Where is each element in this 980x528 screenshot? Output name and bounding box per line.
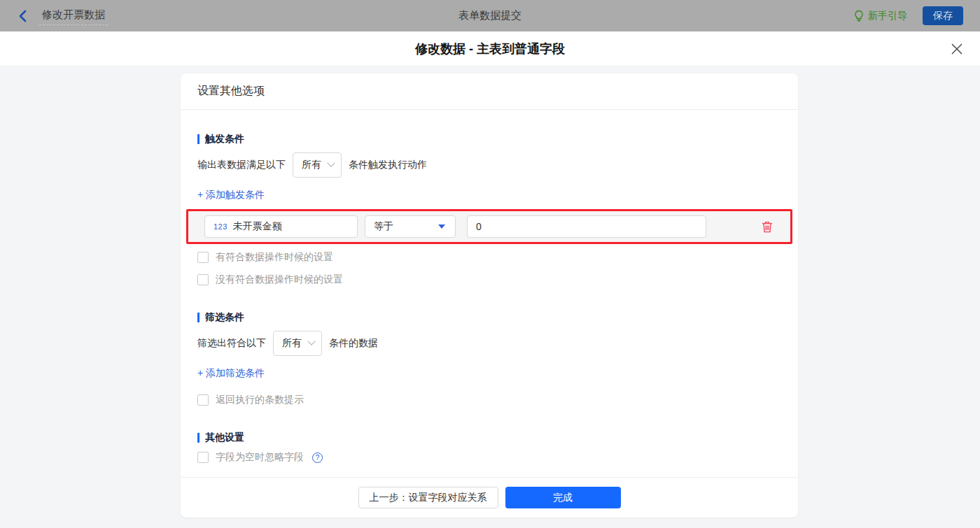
modal-header: 修改数据 - 主表到普通字段 xyxy=(0,31,980,66)
add-trigger-condition-link[interactable]: + 添加触发条件 xyxy=(197,189,265,201)
save-button[interactable]: 保存 xyxy=(923,6,963,25)
modal-body: 设置其他选项 触发条件 输出表数据满足以下 所有 条件触发执行动作 + 添加触发… xyxy=(0,66,980,528)
checkbox-return-count-hint[interactable]: 返回执行的条数提示 xyxy=(197,394,304,406)
close-icon[interactable] xyxy=(951,43,963,55)
checkbox-ignore-empty-fields[interactable]: 字段为空时忽略字段 ? xyxy=(197,451,323,464)
trigger-condition-row-highlighted: 123 未开票金额 等于 0 xyxy=(186,209,792,244)
section-accent-bar xyxy=(197,433,200,443)
condition-field-name: 未开票金额 xyxy=(233,220,282,233)
condition-operator-select[interactable]: 等于 xyxy=(365,215,456,238)
guide-label: 新手引导 xyxy=(868,10,907,22)
add-filter-condition-link[interactable]: + 添加筛选条件 xyxy=(197,367,265,380)
trash-icon[interactable] xyxy=(762,221,773,233)
top-app-bar: 修改开票数据 表单数据提交 新手引导 保存 xyxy=(0,0,980,31)
checkbox-icon[interactable] xyxy=(197,452,209,463)
checkbox-icon[interactable] xyxy=(197,394,209,406)
condition-field-select[interactable]: 123 未开票金额 xyxy=(204,215,358,238)
trigger-match-select[interactable]: 所有 xyxy=(293,152,342,178)
filter-sentence-prefix: 筛选出符合以下 xyxy=(197,337,266,350)
caret-down-icon xyxy=(438,224,445,229)
filter-match-sentence: 筛选出符合以下 所有 条件的数据 xyxy=(197,331,781,356)
page-title: 表单数据提交 xyxy=(458,9,522,22)
trigger-sentence-prefix: 输出表数据满足以下 xyxy=(197,159,286,171)
chevron-down-icon xyxy=(307,338,315,345)
chevron-left-icon xyxy=(17,10,29,22)
done-button[interactable]: 完成 xyxy=(505,487,621,508)
lightbulb-icon xyxy=(853,10,864,22)
checkbox-icon[interactable] xyxy=(197,252,209,263)
beginner-guide-link[interactable]: 新手引导 xyxy=(853,10,907,22)
filter-match-select[interactable]: 所有 xyxy=(273,331,322,356)
filter-section-title: 筛选条件 xyxy=(197,311,781,324)
other-section-title: 其他设置 xyxy=(197,431,781,444)
checkbox-no-matching-data[interactable]: 没有符合数据操作时候的设置 xyxy=(197,273,343,286)
checkbox-icon[interactable] xyxy=(197,274,209,285)
options-panel: 设置其他选项 触发条件 输出表数据满足以下 所有 条件触发执行动作 + 添加触发… xyxy=(181,73,798,518)
help-question-icon[interactable]: ? xyxy=(312,452,323,463)
panel-header: 设置其他选项 xyxy=(181,73,798,110)
checkbox-has-matching-data[interactable]: 有符合数据操作时候的设置 xyxy=(197,251,333,264)
chevron-down-icon xyxy=(327,159,335,167)
condition-value-input[interactable]: 0 xyxy=(467,215,706,238)
flow-name-editable[interactable]: 修改开票数据 xyxy=(39,7,108,25)
trigger-match-sentence: 输出表数据满足以下 所有 条件触发执行动作 xyxy=(197,152,781,178)
section-accent-bar xyxy=(197,313,200,322)
previous-step-button[interactable]: 上一步：设置字段对应关系 xyxy=(358,487,498,508)
trigger-sentence-suffix: 条件触发执行动作 xyxy=(349,159,427,171)
modal-title: 修改数据 - 主表到普通字段 xyxy=(415,41,565,57)
number-field-type-icon: 123 xyxy=(214,222,227,231)
section-accent-bar xyxy=(197,134,200,144)
filter-sentence-suffix: 条件的数据 xyxy=(329,337,378,350)
panel-footer: 上一步：设置字段对应关系 完成 xyxy=(181,477,798,518)
back-button[interactable] xyxy=(17,10,29,22)
trigger-section-title: 触发条件 xyxy=(197,133,781,145)
